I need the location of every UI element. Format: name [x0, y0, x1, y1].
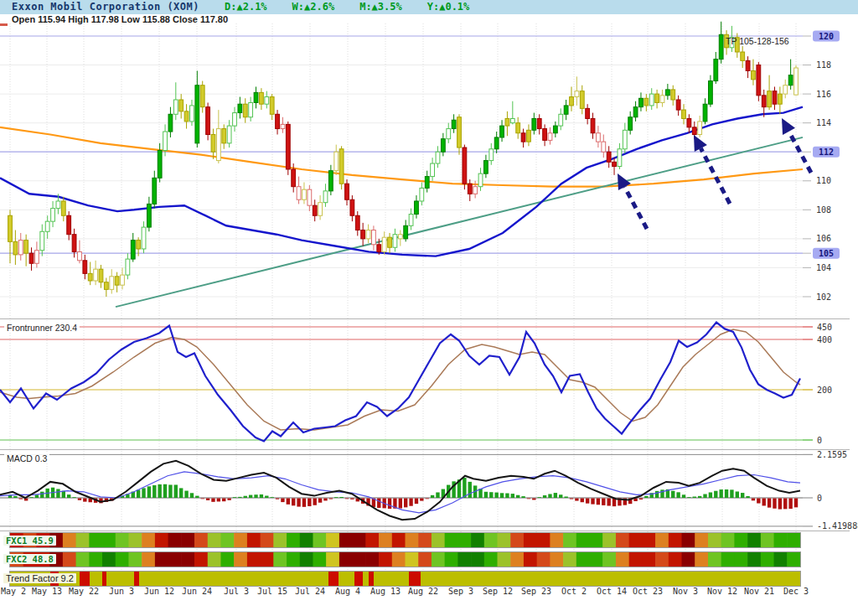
candle-body	[110, 277, 114, 290]
chart-canvas[interactable]: 1201181161141121101081061051041024504002…	[0, 0, 858, 616]
candle-body	[200, 85, 204, 107]
price-axis-label: 106	[816, 234, 831, 243]
date-axis-label: Jul 15	[257, 587, 287, 596]
macd-hist-bar	[581, 499, 584, 503]
macd-hist-bar	[676, 492, 680, 498]
candle-body	[559, 114, 563, 126]
candle-body	[260, 92, 264, 104]
fxc1-ribbon-cell	[602, 533, 616, 547]
macd-hist-bar	[287, 499, 290, 505]
macd-hist-bar	[179, 488, 183, 498]
fxc1-ribbon-cell	[787, 533, 800, 547]
date-axis-label: Jun 3	[109, 587, 134, 596]
fxc2-ribbon-cell	[629, 552, 643, 567]
left-edge-marker	[0, 23, 8, 26]
candle-body	[644, 98, 649, 106]
fxc1-ribbon-cell	[339, 533, 353, 547]
macd-hist-bar	[725, 489, 728, 498]
fxc2-ribbon-cell	[365, 552, 379, 567]
fxc1-ribbon-cell	[155, 533, 168, 547]
macd-hist-bar	[746, 496, 749, 498]
macd-hist-bar	[190, 493, 194, 498]
fxc1-ribbon-cell	[63, 533, 76, 547]
macd-hist-bar	[703, 494, 706, 498]
fxc2-ribbon-cell	[708, 552, 721, 567]
macd-hist-bar	[538, 497, 541, 498]
fxc1-ribbon-cell	[774, 533, 788, 547]
fxc1-ribbon-cell	[721, 533, 735, 547]
price-axis-label: 114	[816, 118, 831, 127]
macd-hist-bar	[436, 492, 439, 498]
fxc2-ribbon-cell	[787, 552, 800, 567]
date-axis-label: May 2	[1, 587, 26, 596]
fxc1-ribbon-cell	[642, 533, 655, 547]
fxc2-ribbon-cell	[234, 552, 247, 567]
fxc1-ribbon-cell	[168, 533, 182, 547]
macd-hist-bar	[511, 494, 514, 498]
candle-body	[409, 215, 413, 226]
macd-hist-bar	[484, 492, 488, 498]
fxc1-ribbon-cell	[682, 533, 695, 547]
candle-body	[318, 203, 323, 216]
fxc1-ribbon-cell	[590, 533, 603, 547]
candle-body	[425, 177, 429, 189]
fxc2-ribbon-cell	[339, 552, 353, 567]
candle-body	[484, 161, 488, 174]
candle-body	[762, 96, 766, 107]
macd-hist-bar	[516, 495, 519, 498]
macd-hist-bar	[323, 499, 327, 501]
fxc1-ribbon-cell	[576, 533, 590, 547]
candle-body	[457, 117, 462, 148]
fxc2-ribbon-cell	[273, 552, 287, 567]
macd-hist-bar	[559, 494, 562, 498]
candle-body	[687, 118, 691, 127]
date-axis-label: Sep 12	[483, 587, 513, 596]
candle-body	[56, 201, 60, 209]
fxc2-ribbon-cell	[379, 552, 392, 567]
macd-hist-bar	[281, 499, 284, 503]
candle-body	[334, 152, 339, 170]
fxc2-ribbon-cell	[116, 552, 129, 567]
macd-hist-bar	[334, 497, 338, 498]
fxc1-ribbon-cell	[629, 533, 643, 547]
candle-body	[83, 261, 87, 274]
candle-body	[190, 106, 194, 122]
candle-body	[328, 171, 333, 191]
macd-hist-bar	[302, 499, 306, 507]
macd-hist-bar	[163, 484, 167, 498]
candle-body	[398, 235, 402, 239]
macd-hist-bar	[201, 499, 204, 500]
fxc2-ribbon-cell	[287, 552, 300, 567]
fxc2-ribbon-cell	[734, 552, 747, 567]
trend-factor-label: Trend Factor 9.2	[3, 573, 76, 583]
fxc2-ribbon-cell	[300, 552, 313, 567]
macd-hist-bar	[13, 496, 17, 498]
macd-hist-bar	[489, 492, 493, 498]
macd-hist-bar	[292, 499, 295, 506]
candle-body	[537, 118, 541, 128]
fxc2-ribbon-cell	[457, 552, 471, 567]
orange-ma-line	[0, 127, 803, 187]
candle-body	[580, 91, 584, 109]
fxc1-label: FXC1 45.9	[3, 536, 56, 546]
macd-hist-bar	[591, 499, 594, 505]
macd-hist-bar	[463, 478, 466, 498]
fxc1-ribbon-cell	[695, 533, 708, 547]
trend-factor-red-cell	[354, 572, 363, 586]
macd-hist-bar	[543, 495, 546, 498]
trend-factor-red-cell	[102, 572, 106, 586]
macd-hist-bar	[227, 499, 230, 500]
macd-hist-bar	[147, 486, 151, 498]
candle-body	[532, 118, 536, 130]
stock-chart-app: Exxon Mobil Corporation (XOM) D:▲2.1% W:…	[0, 0, 858, 616]
candle-body	[602, 142, 606, 152]
candle-body	[500, 126, 504, 137]
fxc1-ribbon-cell	[457, 533, 471, 547]
candle-body	[452, 120, 456, 128]
fxc1-ribbon-cell	[326, 533, 339, 547]
fxc2-ribbon-cell	[168, 552, 182, 567]
macd-hist-bar	[426, 499, 429, 500]
candle-body	[281, 124, 285, 128]
candle-body	[698, 122, 702, 135]
candle-body	[99, 269, 103, 282]
